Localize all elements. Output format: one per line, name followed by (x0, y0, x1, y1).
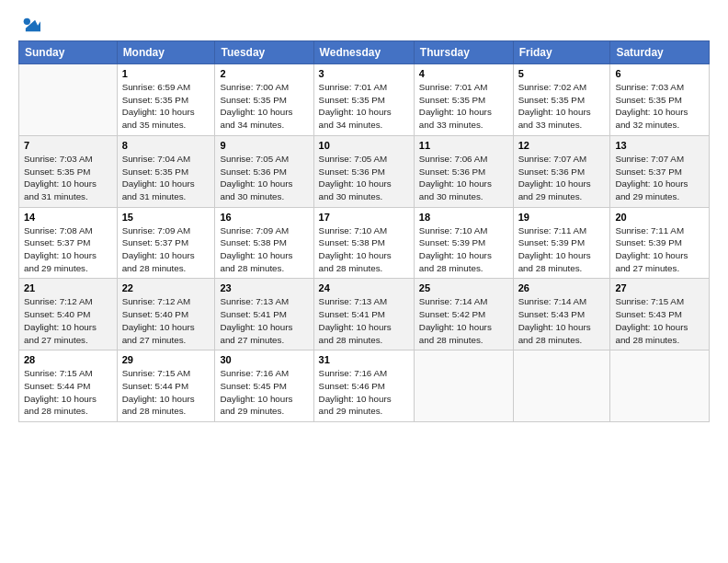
calendar-cell: 15Sunrise: 7:09 AMSunset: 5:37 PMDayligh… (117, 207, 215, 279)
calendar-cell: 18Sunrise: 7:10 AMSunset: 5:39 PMDayligh… (414, 207, 513, 279)
week-row-3: 21Sunrise: 7:12 AMSunset: 5:40 PMDayligh… (19, 279, 710, 350)
calendar-cell: 1Sunrise: 6:59 AMSunset: 5:35 PMDaylight… (117, 64, 215, 136)
calendar-cell: 26Sunrise: 7:14 AMSunset: 5:43 PMDayligh… (513, 279, 610, 350)
calendar-table: SundayMondayTuesdayWednesdayThursdayFrid… (18, 40, 710, 422)
day-info: Sunrise: 7:01 AMSunset: 5:35 PMDaylight:… (319, 81, 409, 132)
day-number: 20 (615, 212, 704, 223)
calendar-cell: 4Sunrise: 7:01 AMSunset: 5:35 PMDaylight… (414, 64, 513, 136)
header (18, 15, 710, 35)
calendar-cell: 29Sunrise: 7:15 AMSunset: 5:44 PMDayligh… (117, 350, 215, 422)
day-number: 30 (220, 354, 308, 365)
day-info: Sunrise: 7:11 AMSunset: 5:39 PMDaylight:… (615, 224, 704, 275)
day-number: 21 (24, 282, 112, 293)
calendar-cell: 24Sunrise: 7:13 AMSunset: 5:41 PMDayligh… (313, 279, 414, 350)
day-number: 18 (419, 212, 508, 223)
day-number: 14 (24, 212, 112, 223)
week-row-4: 28Sunrise: 7:15 AMSunset: 5:44 PMDayligh… (19, 350, 710, 422)
day-number: 29 (122, 354, 210, 365)
calendar-cell: 16Sunrise: 7:09 AMSunset: 5:38 PMDayligh… (215, 207, 313, 279)
day-number: 19 (518, 212, 606, 223)
logo (18, 15, 40, 35)
day-info: Sunrise: 6:59 AMSunset: 5:35 PMDaylight:… (122, 81, 210, 132)
calendar-cell: 23Sunrise: 7:13 AMSunset: 5:41 PMDayligh… (215, 279, 313, 350)
day-number: 9 (220, 140, 308, 151)
day-number: 15 (122, 212, 210, 223)
day-info: Sunrise: 7:09 AMSunset: 5:37 PMDaylight:… (122, 224, 210, 275)
calendar-cell: 14Sunrise: 7:08 AMSunset: 5:37 PMDayligh… (19, 207, 118, 279)
day-number: 2 (220, 68, 308, 79)
calendar-cell: 9Sunrise: 7:05 AMSunset: 5:36 PMDaylight… (215, 135, 313, 207)
weekday-header-wednesday: Wednesday (313, 41, 414, 64)
calendar-cell (414, 350, 513, 422)
day-info: Sunrise: 7:06 AMSunset: 5:36 PMDaylight:… (419, 153, 508, 203)
day-number: 8 (122, 140, 210, 151)
day-number: 10 (319, 140, 409, 151)
day-number: 17 (319, 212, 409, 223)
calendar-cell: 20Sunrise: 7:11 AMSunset: 5:39 PMDayligh… (610, 207, 710, 279)
weekday-header-sunday: Sunday (19, 41, 118, 64)
page: SundayMondayTuesdayWednesdayThursdayFrid… (0, 0, 728, 563)
week-row-0: 1Sunrise: 6:59 AMSunset: 5:35 PMDaylight… (19, 64, 710, 136)
day-info: Sunrise: 7:13 AMSunset: 5:41 PMDaylight:… (220, 295, 308, 346)
day-number: 28 (24, 354, 112, 365)
week-row-2: 14Sunrise: 7:08 AMSunset: 5:37 PMDayligh… (19, 207, 710, 279)
day-info: Sunrise: 7:10 AMSunset: 5:39 PMDaylight:… (419, 224, 508, 275)
day-number: 11 (419, 140, 508, 151)
day-info: Sunrise: 7:15 AMSunset: 5:44 PMDaylight:… (122, 367, 210, 418)
day-info: Sunrise: 7:03 AMSunset: 5:35 PMDaylight:… (24, 153, 112, 203)
day-number: 6 (615, 68, 704, 79)
day-number: 26 (518, 282, 606, 293)
calendar-cell: 28Sunrise: 7:15 AMSunset: 5:44 PMDayligh… (19, 350, 118, 422)
day-info: Sunrise: 7:15 AMSunset: 5:44 PMDaylight:… (24, 367, 112, 418)
day-number: 5 (518, 68, 606, 79)
day-info: Sunrise: 7:12 AMSunset: 5:40 PMDaylight:… (24, 295, 112, 346)
calendar-cell: 31Sunrise: 7:16 AMSunset: 5:46 PMDayligh… (313, 350, 414, 422)
day-number: 1 (122, 68, 210, 79)
calendar-cell: 2Sunrise: 7:00 AMSunset: 5:35 PMDaylight… (215, 64, 313, 136)
day-info: Sunrise: 7:05 AMSunset: 5:36 PMDaylight:… (319, 153, 409, 203)
calendar-header: SundayMondayTuesdayWednesdayThursdayFrid… (19, 41, 710, 64)
day-number: 27 (615, 282, 704, 293)
calendar-cell (513, 350, 610, 422)
day-info: Sunrise: 7:16 AMSunset: 5:45 PMDaylight:… (220, 367, 308, 418)
day-info: Sunrise: 7:07 AMSunset: 5:37 PMDaylight:… (615, 153, 704, 203)
calendar-cell: 21Sunrise: 7:12 AMSunset: 5:40 PMDayligh… (19, 279, 118, 350)
calendar-cell: 11Sunrise: 7:06 AMSunset: 5:36 PMDayligh… (414, 135, 513, 207)
calendar-body: 1Sunrise: 6:59 AMSunset: 5:35 PMDaylight… (19, 64, 710, 422)
week-row-1: 7Sunrise: 7:03 AMSunset: 5:35 PMDaylight… (19, 135, 710, 207)
day-number: 7 (24, 140, 112, 151)
logo-icon (20, 15, 40, 35)
day-info: Sunrise: 7:05 AMSunset: 5:36 PMDaylight:… (220, 153, 308, 203)
calendar-cell: 27Sunrise: 7:15 AMSunset: 5:43 PMDayligh… (610, 279, 710, 350)
day-info: Sunrise: 7:12 AMSunset: 5:40 PMDaylight:… (122, 295, 210, 346)
day-number: 12 (518, 140, 606, 151)
day-number: 22 (122, 282, 210, 293)
weekday-row: SundayMondayTuesdayWednesdayThursdayFrid… (19, 41, 710, 64)
calendar-cell: 5Sunrise: 7:02 AMSunset: 5:35 PMDaylight… (513, 64, 610, 136)
day-info: Sunrise: 7:02 AMSunset: 5:35 PMDaylight:… (518, 81, 606, 132)
svg-point-1 (24, 18, 30, 25)
calendar-cell: 17Sunrise: 7:10 AMSunset: 5:38 PMDayligh… (313, 207, 414, 279)
weekday-header-tuesday: Tuesday (215, 41, 313, 64)
calendar-cell: 30Sunrise: 7:16 AMSunset: 5:45 PMDayligh… (215, 350, 313, 422)
calendar-cell: 7Sunrise: 7:03 AMSunset: 5:35 PMDaylight… (19, 135, 118, 207)
calendar-cell (610, 350, 710, 422)
day-number: 31 (319, 354, 409, 365)
calendar-cell: 13Sunrise: 7:07 AMSunset: 5:37 PMDayligh… (610, 135, 710, 207)
day-info: Sunrise: 7:08 AMSunset: 5:37 PMDaylight:… (24, 224, 112, 275)
calendar-cell: 22Sunrise: 7:12 AMSunset: 5:40 PMDayligh… (117, 279, 215, 350)
day-number: 16 (220, 212, 308, 223)
day-info: Sunrise: 7:14 AMSunset: 5:43 PMDaylight:… (518, 295, 606, 346)
day-number: 24 (319, 282, 409, 293)
day-number: 3 (319, 68, 409, 79)
day-info: Sunrise: 7:14 AMSunset: 5:42 PMDaylight:… (419, 295, 508, 346)
day-number: 4 (419, 68, 508, 79)
day-info: Sunrise: 7:11 AMSunset: 5:39 PMDaylight:… (518, 224, 606, 275)
day-info: Sunrise: 7:01 AMSunset: 5:35 PMDaylight:… (419, 81, 508, 132)
calendar-cell: 12Sunrise: 7:07 AMSunset: 5:36 PMDayligh… (513, 135, 610, 207)
day-info: Sunrise: 7:13 AMSunset: 5:41 PMDaylight:… (319, 295, 409, 346)
logo-row (18, 15, 40, 35)
calendar-cell: 25Sunrise: 7:14 AMSunset: 5:42 PMDayligh… (414, 279, 513, 350)
day-info: Sunrise: 7:03 AMSunset: 5:35 PMDaylight:… (615, 81, 704, 132)
calendar-cell: 6Sunrise: 7:03 AMSunset: 5:35 PMDaylight… (610, 64, 710, 136)
